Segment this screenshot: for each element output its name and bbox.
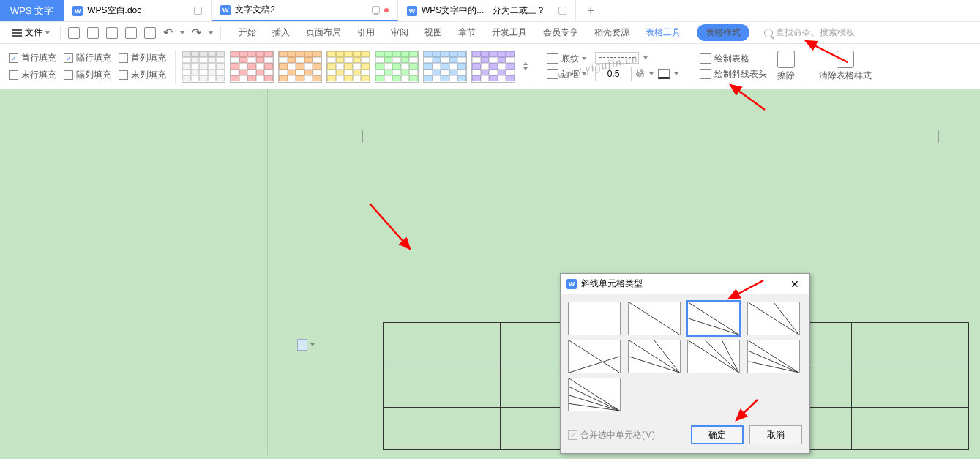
ribbon-tab-view[interactable]: 视图 bbox=[424, 26, 442, 39]
diagonal-type-option[interactable] bbox=[687, 340, 740, 373]
table-style-thumb[interactable] bbox=[423, 51, 467, 83]
shading-border-group: 底纹 边框 bbox=[542, 53, 591, 81]
document-area[interactable]: www.yigujin.cn www.yigujin.cn bbox=[0, 89, 980, 459]
print-preview-icon[interactable] bbox=[144, 27, 156, 39]
diagonal-type-option[interactable] bbox=[628, 340, 681, 373]
chevron-down-icon[interactable] bbox=[649, 72, 654, 75]
svg-line-12 bbox=[722, 340, 738, 373]
ribbon-tab-table-style[interactable]: 表格样式 bbox=[697, 24, 749, 41]
ribbon-tabs: 开始 插入 页面布局 引用 审阅 视图 章节 开发工具 会员专享 稻壳资源 表格… bbox=[239, 24, 749, 41]
draw-table-button[interactable]: 绘制表格 bbox=[700, 53, 767, 65]
chevron-down-icon bbox=[523, 67, 528, 70]
diagonal-type-option[interactable] bbox=[628, 302, 681, 335]
doc-icon: W bbox=[407, 6, 417, 16]
chevron-up-icon bbox=[523, 62, 528, 65]
table-style-thumb[interactable] bbox=[182, 51, 225, 83]
file-menu-button[interactable]: 文件 bbox=[6, 26, 56, 39]
table-style-thumb[interactable] bbox=[471, 51, 515, 83]
svg-line-15 bbox=[748, 362, 798, 373]
diagonal-type-option[interactable] bbox=[568, 302, 621, 335]
dialog-title-bar[interactable]: W 斜线单元格类型 ✕ bbox=[561, 274, 809, 294]
diagonal-type-option[interactable] bbox=[747, 340, 800, 373]
diagonal-header-icon bbox=[700, 69, 711, 79]
quick-access-toolbar: ↶ ↷ bbox=[65, 26, 216, 40]
ribbon-tab-start[interactable]: 开始 bbox=[239, 26, 256, 39]
svg-line-2 bbox=[689, 318, 739, 335]
checkbox-last-row-fill[interactable]: 末行填充 bbox=[9, 69, 56, 81]
svg-line-7 bbox=[629, 340, 679, 373]
table-style-thumb[interactable] bbox=[230, 51, 274, 83]
redo-icon[interactable]: ↷ bbox=[192, 26, 201, 40]
eraser-button[interactable]: 擦除 bbox=[771, 51, 801, 82]
diagonal-type-option[interactable] bbox=[747, 302, 800, 335]
ribbon-tab-review[interactable]: 审阅 bbox=[391, 26, 408, 39]
border-weight-group: 0.5 磅 bbox=[591, 52, 683, 81]
cancel-button[interactable]: 取消 bbox=[749, 425, 802, 444]
separator bbox=[689, 50, 689, 83]
table-style-thumb[interactable] bbox=[375, 51, 419, 83]
svg-line-1 bbox=[689, 302, 739, 335]
checkbox-last-col-fill[interactable]: 末列填充 bbox=[119, 69, 166, 81]
chevron-down-icon bbox=[582, 57, 586, 60]
doc-icon: W bbox=[220, 5, 231, 15]
table-style-thumb[interactable] bbox=[278, 51, 322, 83]
chevron-down-icon bbox=[643, 56, 648, 59]
paragraph-handle[interactable] bbox=[297, 339, 315, 351]
chevron-down-icon[interactable] bbox=[674, 72, 678, 75]
paragraph-icon bbox=[297, 339, 307, 351]
checkbox-alt-row-fill[interactable]: ✓隔行填充 bbox=[64, 52, 111, 64]
doc-tab-1[interactable]: W WPS空白.doc bbox=[64, 0, 212, 21]
open-icon[interactable] bbox=[87, 27, 99, 39]
eraser-icon bbox=[777, 51, 795, 68]
separator bbox=[220, 26, 221, 40]
diagonal-type-option[interactable] bbox=[568, 340, 621, 373]
doc-tab-3[interactable]: W WPS文字中的...一分为二或三？ bbox=[398, 0, 576, 21]
ribbon-tab-devtools[interactable]: 开发工具 bbox=[492, 26, 527, 39]
ribbon-tab-docer[interactable]: 稻壳资源 bbox=[594, 26, 629, 39]
svg-line-16 bbox=[569, 378, 620, 411]
chevron-down-icon[interactable] bbox=[180, 31, 184, 34]
checkbox-first-col-fill[interactable]: 首列填充 bbox=[119, 52, 166, 64]
gallery-more-button[interactable] bbox=[520, 51, 530, 83]
merge-checkbox[interactable]: ✓ 合并选中单元格(M) bbox=[568, 429, 655, 441]
ok-button[interactable]: 确定 bbox=[691, 425, 744, 444]
print-icon[interactable] bbox=[125, 27, 137, 39]
border-weight-value[interactable]: 0.5 bbox=[595, 67, 632, 81]
undo-icon[interactable]: ↶ bbox=[163, 26, 173, 40]
diagonal-type-option[interactable] bbox=[568, 378, 621, 411]
dialog-footer: ✓ 合并选中单元格(M) 确定 取消 bbox=[561, 419, 809, 453]
device-icon bbox=[558, 7, 566, 15]
new-doc-icon[interactable] bbox=[68, 27, 80, 39]
ribbon-tab-member[interactable]: 会员专享 bbox=[543, 26, 578, 39]
shading-dropdown[interactable]: 底纹 bbox=[547, 53, 586, 65]
ribbon-tab-section[interactable]: 章节 bbox=[458, 26, 476, 39]
new-tab-button[interactable]: ＋ bbox=[576, 0, 605, 21]
draw-table-icon bbox=[700, 53, 711, 64]
svg-line-6 bbox=[569, 357, 620, 373]
ribbon-tab-layout[interactable]: 页面布局 bbox=[306, 26, 341, 39]
ribbon-tab-reference[interactable]: 引用 bbox=[357, 26, 375, 39]
ribbon-tab-insert[interactable]: 插入 bbox=[272, 26, 290, 39]
checkbox-alt-col-fill[interactable]: 隔列填充 bbox=[64, 69, 111, 81]
diagonal-type-option[interactable] bbox=[687, 302, 740, 335]
checkbox-first-row-fill[interactable]: ✓首行填充 bbox=[9, 52, 56, 64]
border-dropdown[interactable]: 边框 bbox=[547, 68, 586, 81]
doc-tab-2[interactable]: W 文字文稿2 bbox=[212, 0, 398, 21]
svg-line-14 bbox=[748, 351, 798, 373]
corner-mark-icon bbox=[350, 130, 363, 143]
chevron-down-icon[interactable] bbox=[209, 31, 213, 34]
clear-table-style-button[interactable]: 清除表格样式 bbox=[813, 51, 878, 82]
svg-line-0 bbox=[629, 302, 679, 335]
diagonal-cell-dialog: W 斜线单元格类型 ✕ ✓ 合并选中单元格(M) 确定 取消 bbox=[560, 273, 810, 454]
separator bbox=[536, 50, 536, 83]
save-icon[interactable] bbox=[106, 27, 118, 39]
close-button[interactable]: ✕ bbox=[786, 277, 804, 291]
ribbon-tab-table-tools[interactable]: 表格工具 bbox=[646, 26, 681, 39]
svg-line-18 bbox=[569, 395, 620, 411]
command-search[interactable]: 查找命令、搜索模板 bbox=[764, 26, 855, 39]
shading-icon bbox=[547, 53, 558, 64]
border-style-dropdown[interactable] bbox=[595, 52, 639, 64]
draw-diagonal-header-button[interactable]: 绘制斜线表头 bbox=[700, 68, 767, 81]
table-style-thumb[interactable] bbox=[326, 51, 370, 83]
pen-color-icon[interactable] bbox=[658, 69, 670, 79]
